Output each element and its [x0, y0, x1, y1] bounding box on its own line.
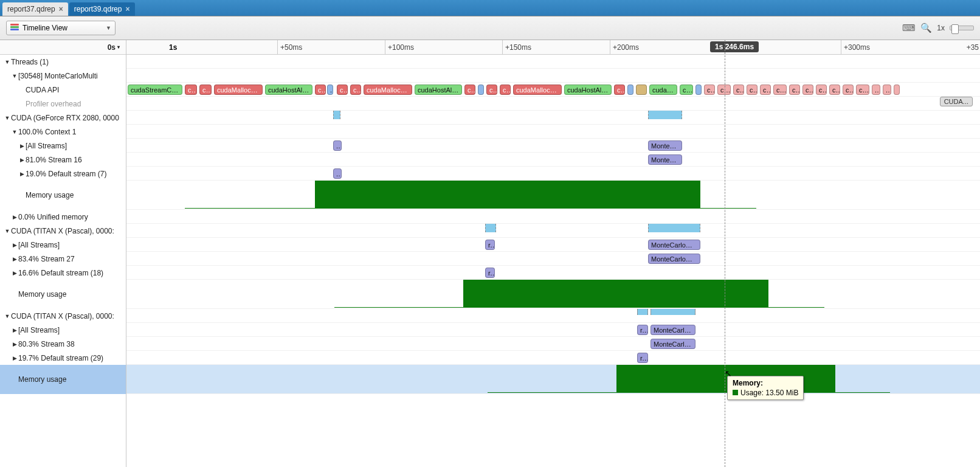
zoom-slider[interactable] — [950, 26, 974, 30]
timeline-row[interactable]: MonteCarloOn... — [126, 252, 980, 266]
tree-row[interactable]: Memory usage — [0, 365, 126, 394]
timeline-event[interactable]: cu... — [773, 85, 787, 95]
timeline-row[interactable]: cudaStreamCreatec...c...cudaMallocHostcu… — [126, 83, 980, 97]
timeline-event[interactable] — [695, 85, 702, 95]
memory-block[interactable] — [463, 280, 768, 308]
overhead-pill[interactable]: CUDA... — [940, 97, 973, 106]
timeline-event[interactable]: c... — [747, 85, 757, 95]
timeline-event[interactable]: c... — [500, 85, 511, 95]
timeline-row[interactable] — [126, 181, 980, 210]
close-icon[interactable]: × — [125, 5, 129, 13]
caret-collapsed-icon[interactable] — [11, 214, 18, 220]
timeline-row[interactable]: CUDA... — [126, 97, 980, 111]
timeline-event[interactable]: cudaStreamCreate — [128, 85, 182, 95]
caret-collapsed-icon[interactable] — [11, 355, 18, 361]
timeline-event[interactable]: c... — [760, 85, 771, 95]
tree-row[interactable]: Profiler overhead — [0, 97, 126, 111]
tree-row[interactable]: Memory usage — [0, 280, 126, 309]
timeline-event[interactable]: ... — [872, 85, 880, 95]
timeline-event[interactable]: c... — [199, 85, 212, 95]
timeline-event[interactable]: MonteCarlo... — [650, 339, 695, 349]
timeline-event[interactable]: c... — [486, 85, 497, 95]
timeline-row[interactable]: r... — [126, 351, 980, 365]
tree-row[interactable]: Memory usage — [0, 181, 126, 210]
activity-band[interactable] — [485, 224, 496, 232]
tab[interactable]: report37.qdrep× — [2, 2, 68, 16]
magnifier-icon[interactable]: 🔍 — [920, 22, 932, 33]
tree-row[interactable]: 100.0% Context 1 — [0, 125, 126, 139]
timeline-row[interactable] — [126, 111, 980, 125]
timeline-event[interactable]: ... — [333, 168, 342, 179]
tree-row[interactable]: CUDA (GeForce RTX 2080, 0000 — [0, 111, 126, 125]
caret-collapsed-icon[interactable] — [11, 256, 18, 262]
timeline-event[interactable]: MonteCarloOn... — [648, 254, 700, 264]
caret-expanded-icon[interactable] — [4, 313, 11, 319]
timeline-row[interactable]: r... — [126, 266, 980, 280]
tree-row[interactable]: CUDA (TITAN X (Pascal), 0000: — [0, 224, 126, 238]
caret-collapsed-icon[interactable] — [11, 341, 18, 347]
caret-collapsed-icon[interactable] — [11, 327, 18, 333]
tree-row[interactable]: [All Streams] — [0, 139, 126, 153]
timeline-event[interactable]: cudaMallocHost — [364, 85, 412, 95]
timeline-event[interactable]: cu... — [717, 85, 731, 95]
time-anchor[interactable]: 0s ▾ — [0, 40, 126, 55]
timeline-event[interactable]: ... — [333, 140, 342, 151]
timeline-event[interactable]: c... — [733, 85, 744, 95]
activity-band[interactable] — [333, 111, 340, 119]
caret-expanded-icon[interactable] — [11, 129, 18, 135]
tree-row[interactable]: 0.0% Unified memory — [0, 210, 126, 224]
caret-expanded-icon[interactable] — [11, 73, 18, 79]
timeline-event[interactable]: c... — [816, 85, 827, 95]
timeline-event[interactable]: MonteC... — [648, 154, 682, 165]
activity-band[interactable] — [650, 309, 695, 315]
timeline-event[interactable]: c... — [614, 85, 625, 95]
tree-row[interactable]: [30548] MonteCarloMulti — [0, 69, 126, 83]
time-ruler[interactable]: 1s +50ms+100ms+150ms+200ms+300ms1s 246.6… — [126, 40, 980, 55]
caret-collapsed-icon[interactable] — [18, 157, 26, 163]
tree-row[interactable]: 19.0% Default stream (7) — [0, 167, 126, 181]
timeline-event[interactable]: cudaMallocHost — [214, 85, 263, 95]
timeline-event[interactable] — [636, 85, 647, 95]
tree-row[interactable]: 16.6% Default stream (18) — [0, 266, 126, 280]
timeline-event[interactable]: c... — [843, 85, 854, 95]
tree-row[interactable]: 19.7% Default stream (29) — [0, 351, 126, 365]
timeline-event[interactable]: r... — [485, 268, 495, 278]
timeline-row[interactable] — [126, 210, 980, 224]
view-dropdown[interactable]: Timeline View ▼ — [6, 21, 116, 35]
timeline-event[interactable]: c... — [315, 85, 326, 95]
timeline-event[interactable]: c... — [185, 85, 197, 95]
activity-band[interactable] — [648, 224, 700, 232]
timeline-event[interactable]: c... — [704, 85, 715, 95]
timeline-event[interactable]: MonteCarlo... — [650, 325, 695, 335]
tree-row[interactable]: 81.0% Stream 16 — [0, 153, 126, 167]
timeline-event[interactable]: cudaHostAlloc — [564, 85, 612, 95]
caret-expanded-icon[interactable] — [4, 228, 11, 234]
timeline-row[interactable] — [126, 224, 980, 238]
timeline-event[interactable]: c... — [350, 85, 361, 95]
timeline-row[interactable]: r...MonteCarlo... — [126, 323, 980, 337]
timeline-area[interactable]: 1s +50ms+100ms+150ms+200ms+300ms1s 246.6… — [126, 40, 980, 467]
timeline-event[interactable]: cudaEv... — [649, 85, 677, 95]
caret-expanded-icon[interactable] — [4, 115, 11, 121]
timeline-event[interactable]: r... — [637, 353, 648, 363]
caret-collapsed-icon[interactable] — [11, 242, 18, 248]
timeline-event[interactable]: MonteCarloOn... — [648, 240, 700, 250]
timeline-row[interactable] — [126, 55, 980, 69]
timeline-row[interactable] — [126, 309, 980, 323]
timeline-row[interactable] — [126, 280, 980, 309]
timeline-event[interactable]: c... — [337, 85, 348, 95]
timeline-event[interactable] — [894, 85, 900, 95]
caret-collapsed-icon[interactable] — [11, 270, 18, 276]
timeline-event[interactable]: ... — [327, 85, 333, 95]
caret-collapsed-icon[interactable] — [18, 143, 26, 149]
timeline-event[interactable]: c... — [829, 85, 840, 95]
timeline-event[interactable]: cu... — [856, 85, 869, 95]
memory-block[interactable] — [315, 181, 700, 209]
tab[interactable]: report39.qdrep× — [69, 2, 135, 16]
close-icon[interactable]: × — [59, 5, 63, 13]
activity-band[interactable] — [637, 309, 648, 315]
keyboard-icon[interactable]: ⌨ — [902, 22, 916, 33]
timeline-event[interactable]: MonteC... — [648, 140, 682, 151]
timeline-event[interactable]: cudaHostAlloc — [415, 85, 462, 95]
timeline-event[interactable] — [478, 85, 484, 95]
